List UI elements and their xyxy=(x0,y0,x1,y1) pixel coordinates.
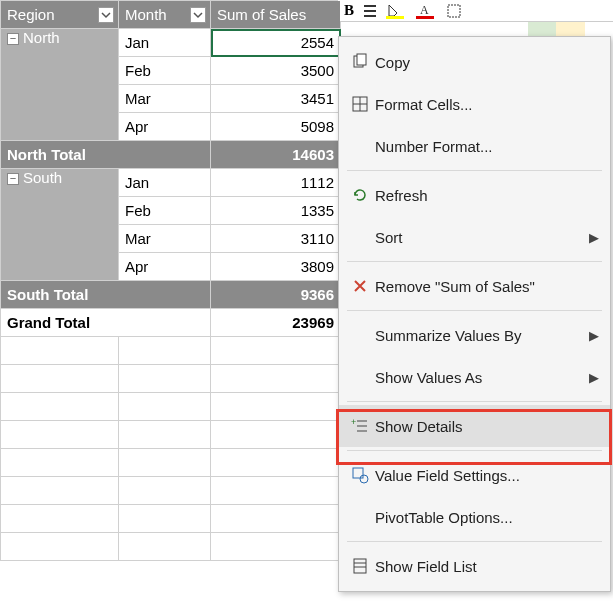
collapse-icon[interactable]: − xyxy=(7,33,19,45)
region-label: North xyxy=(23,29,60,46)
menu-label: Copy xyxy=(375,54,600,71)
menu-separator xyxy=(347,450,602,451)
menu-show-details[interactable]: + Show Details xyxy=(339,405,610,447)
month-cell[interactable]: Jan xyxy=(119,29,211,57)
menu-refresh[interactable]: Refresh xyxy=(339,174,610,216)
grand-total-value[interactable]: 23969 xyxy=(211,309,341,337)
menu-separator xyxy=(347,170,602,171)
svg-text:A: A xyxy=(420,3,429,17)
bold-button[interactable]: B xyxy=(344,2,354,19)
menu-label: Refresh xyxy=(375,187,600,204)
value-cell[interactable]: 3451 xyxy=(211,85,341,113)
subtotal-row: South Total 9366 xyxy=(1,281,341,309)
menu-label: Summarize Values By xyxy=(375,327,588,344)
header-sum[interactable]: Sum of Sales xyxy=(211,1,341,29)
svg-point-14 xyxy=(360,475,368,483)
svg-rect-2 xyxy=(416,16,434,19)
menu-separator xyxy=(347,401,602,402)
chevron-right-icon: ▶ xyxy=(588,370,600,385)
month-cell[interactable]: Mar xyxy=(119,85,211,113)
menu-summarize[interactable]: Summarize Values By ▶ xyxy=(339,314,610,356)
pivot-table: Region Month Sum of Sales −North Jan 255… xyxy=(0,0,341,561)
subtotal-label[interactable]: South Total xyxy=(1,281,211,309)
collapse-icon[interactable]: − xyxy=(7,173,19,185)
menu-separator xyxy=(347,261,602,262)
chevron-right-icon: ▶ xyxy=(588,328,600,343)
header-region-label: Region xyxy=(7,6,55,23)
format-cells-icon xyxy=(345,95,375,113)
menu-remove[interactable]: Remove "Sum of Sales" xyxy=(339,265,610,307)
header-month-label: Month xyxy=(125,6,167,23)
font-color-icon[interactable]: A xyxy=(416,3,438,19)
month-cell[interactable]: Feb xyxy=(119,197,211,225)
menu-separator xyxy=(347,541,602,542)
menu-label: Sort xyxy=(375,229,588,246)
menu-sort[interactable]: Sort ▶ xyxy=(339,216,610,258)
subtotal-row: North Total 14603 xyxy=(1,141,341,169)
month-cell[interactable]: Feb xyxy=(119,57,211,85)
blank-row xyxy=(1,505,341,533)
blank-row xyxy=(1,421,341,449)
header-sum-label: Sum of Sales xyxy=(217,6,306,23)
field-list-icon xyxy=(345,557,375,575)
svg-rect-15 xyxy=(354,559,366,573)
month-cell[interactable]: Jan xyxy=(119,169,211,197)
month-cell[interactable]: Apr xyxy=(119,113,211,141)
value-cell[interactable]: 5098 xyxy=(211,113,341,141)
context-menu: Copy Format Cells... Number Format... Re… xyxy=(338,36,611,592)
menu-copy[interactable]: Copy xyxy=(339,41,610,83)
dropdown-icon[interactable] xyxy=(98,7,114,23)
subtotal-label[interactable]: North Total xyxy=(1,141,211,169)
dropdown-icon[interactable] xyxy=(190,7,206,23)
svg-rect-0 xyxy=(386,16,404,19)
value-cell[interactable]: 3110 xyxy=(211,225,341,253)
blank-row xyxy=(1,533,341,561)
menu-label: Show Values As xyxy=(375,369,588,386)
svg-rect-3 xyxy=(448,5,460,17)
refresh-icon xyxy=(345,186,375,204)
menu-label: Format Cells... xyxy=(375,96,600,113)
table-row: −North Jan 2554 xyxy=(1,29,341,57)
grand-total-row: Grand Total 23969 xyxy=(1,309,341,337)
region-label: South xyxy=(23,169,62,186)
menu-pivottable-options[interactable]: PivotTable Options... xyxy=(339,496,610,538)
svg-rect-5 xyxy=(357,54,366,65)
menu-number-format[interactable]: Number Format... xyxy=(339,125,610,167)
menu-label: Number Format... xyxy=(375,138,600,155)
menu-label: Value Field Settings... xyxy=(375,467,600,484)
subtotal-value[interactable]: 9366 xyxy=(211,281,341,309)
menu-label: Show Details xyxy=(375,418,600,435)
value-cell[interactable]: 3809 xyxy=(211,253,341,281)
mini-toolbar: B A xyxy=(338,0,613,22)
chevron-right-icon: ▶ xyxy=(588,230,600,245)
menu-label: Remove "Sum of Sales" xyxy=(375,278,600,295)
remove-icon xyxy=(345,277,375,295)
menu-label: PivotTable Options... xyxy=(375,509,600,526)
subtotal-value[interactable]: 14603 xyxy=(211,141,341,169)
menu-value-field-settings[interactable]: Value Field Settings... xyxy=(339,454,610,496)
value-cell[interactable]: 2554 xyxy=(211,29,341,57)
month-cell[interactable]: Mar xyxy=(119,225,211,253)
menu-format-cells[interactable]: Format Cells... xyxy=(339,83,610,125)
header-month[interactable]: Month xyxy=(119,1,211,29)
region-cell-north[interactable]: −North xyxy=(1,29,119,141)
menu-show-field-list[interactable]: Show Field List xyxy=(339,545,610,587)
header-region[interactable]: Region xyxy=(1,1,119,29)
color-palette-row xyxy=(528,22,613,36)
borders-icon[interactable] xyxy=(446,3,464,19)
month-cell[interactable]: Apr xyxy=(119,253,211,281)
blank-row xyxy=(1,337,341,365)
blank-row xyxy=(1,393,341,421)
value-cell[interactable]: 3500 xyxy=(211,57,341,85)
grand-total-label[interactable]: Grand Total xyxy=(1,309,211,337)
menu-show-values[interactable]: Show Values As ▶ xyxy=(339,356,610,398)
blank-row xyxy=(1,449,341,477)
svg-text:+: + xyxy=(351,417,356,427)
value-cell[interactable]: 1335 xyxy=(211,197,341,225)
value-cell[interactable]: 1112 xyxy=(211,169,341,197)
highlight-icon[interactable] xyxy=(386,3,408,19)
align-icon[interactable] xyxy=(362,3,378,19)
region-cell-south[interactable]: −South xyxy=(1,169,119,281)
menu-separator xyxy=(347,310,602,311)
table-row: −South Jan 1112 xyxy=(1,169,341,197)
